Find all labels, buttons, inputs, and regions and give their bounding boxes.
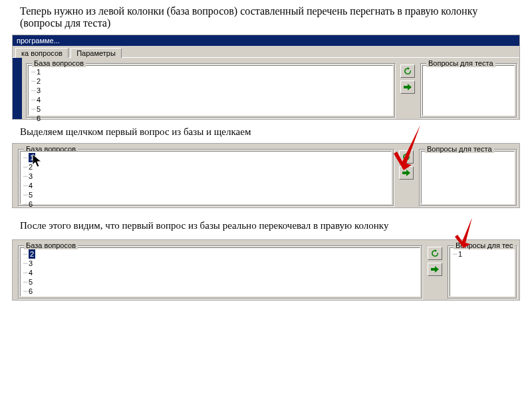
question-base-tree[interactable]: ┈1 ┈2 ┈3 ┈4 ┈5 ┈6	[20, 151, 392, 204]
move-right-button[interactable]	[399, 166, 414, 180]
left-panel-title: База вопросов	[24, 241, 78, 249]
left-panel-title: База вопросов	[32, 59, 86, 67]
refresh-button[interactable]	[400, 65, 415, 78]
tree-item[interactable]: 1	[458, 249, 462, 259]
test-questions-tree[interactable]: ┈1	[450, 247, 515, 297]
question-base-tree[interactable]: ┈2 ┈3 ┈4 ┈5 ┈6	[20, 247, 420, 297]
tree-item[interactable]: 2	[37, 76, 41, 86]
right-panel-title: Вопросы для тес	[454, 241, 515, 249]
refresh-icon	[404, 67, 412, 75]
refresh-button[interactable]	[428, 247, 442, 260]
screenshot-2: База вопросов ┈1 ┈2 ┈3 ┈4 ┈5 ┈6	[12, 143, 520, 208]
tree-item[interactable]: 2	[29, 162, 33, 172]
refresh-icon	[431, 249, 439, 257]
test-questions-tree[interactable]	[422, 65, 515, 116]
tree-item[interactable]: 6	[37, 114, 41, 123]
tree-item[interactable]: 3	[37, 86, 41, 95]
window-titlebar: программе...	[13, 35, 519, 46]
right-panel-title: Вопросы для теста	[426, 59, 495, 67]
arrow-right-icon	[402, 170, 410, 176]
tree-item[interactable]: 5	[37, 104, 41, 114]
tree-item[interactable]: 1	[37, 67, 41, 76]
tree-item[interactable]: 3	[29, 172, 33, 181]
tab-parameters[interactable]: Параметры	[70, 48, 122, 58]
screenshot-3: База вопросов ┈2 ┈3 ┈4 ┈5 ┈6 Вопросы д	[12, 239, 520, 301]
tree-item-selected[interactable]: 1	[29, 153, 35, 162]
tree-item[interactable]: 5	[29, 190, 33, 200]
tree-item[interactable]: 4	[37, 95, 41, 104]
tree-item[interactable]: 3	[29, 259, 33, 268]
instruction-text-1: Теперь нужно из левой колонки (база вопр…	[0, 0, 532, 32]
question-base-tree[interactable]: ┈1 ┈2 ┈3 ┈4 ┈5 ┈6	[28, 65, 393, 116]
tree-item[interactable]: 6	[29, 200, 33, 209]
screenshot-1: программе... ка вопросов Параметры База …	[12, 35, 520, 120]
tree-item-selected[interactable]: 2	[29, 249, 35, 259]
right-panel-title: Вопросы для теста	[425, 145, 494, 153]
move-right-button[interactable]	[400, 80, 415, 94]
tab-question-base[interactable]: ка вопросов	[15, 48, 68, 58]
tree-item[interactable]: 6	[29, 287, 33, 296]
refresh-icon	[402, 153, 410, 161]
move-right-button[interactable]	[428, 263, 442, 276]
refresh-button[interactable]	[399, 150, 414, 164]
tree-item[interactable]: 5	[29, 277, 33, 287]
instruction-text-3: После этого видим, что первый вопрос из …	[0, 208, 532, 235]
test-questions-tree[interactable]	[421, 151, 515, 204]
tree-item[interactable]: 4	[29, 268, 33, 277]
arrow-right-icon	[431, 266, 439, 273]
arrow-right-icon	[404, 84, 412, 90]
tree-item[interactable]: 4	[29, 181, 33, 190]
